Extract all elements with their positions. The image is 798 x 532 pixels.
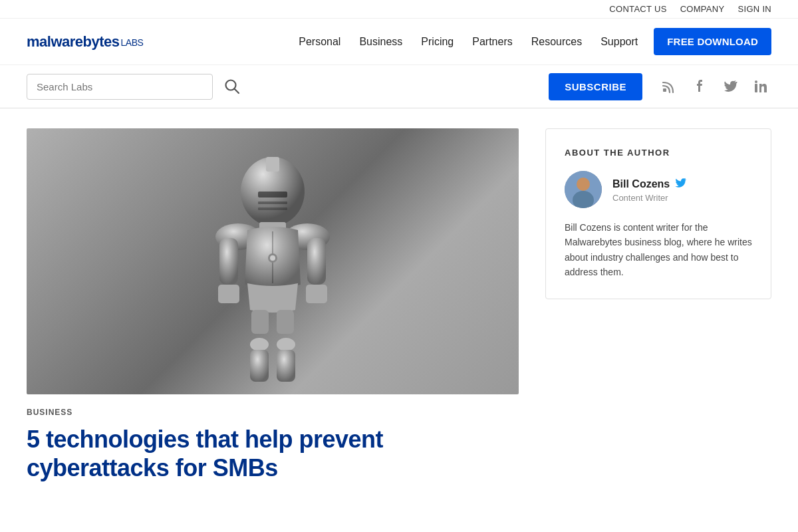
author-card-title: ABOUT THE AUTHOR xyxy=(565,148,752,158)
sign-in-link[interactable]: SIGN IN xyxy=(738,4,772,14)
rss-icon xyxy=(662,79,676,94)
avatar xyxy=(565,171,602,208)
author-bio: Bill Cozens is content writer for the Ma… xyxy=(565,220,752,280)
logo[interactable]: malwarebytesLABS xyxy=(27,33,143,51)
page-content: BUSINESS 5 technologies that help preven… xyxy=(0,108,798,502)
free-download-button[interactable]: FREE DOWNLOAD xyxy=(654,28,771,55)
subscribe-button[interactable]: SUBSCRIBE xyxy=(549,73,642,100)
linkedin-icon xyxy=(753,79,768,94)
svg-rect-23 xyxy=(277,350,295,382)
svg-point-21 xyxy=(277,338,295,351)
main-article: BUSINESS 5 technologies that help preven… xyxy=(27,128,519,482)
avatar-illustration xyxy=(565,171,602,208)
social-icons: SUBSCRIBE xyxy=(549,73,771,100)
nav-resources[interactable]: Resources xyxy=(531,36,582,47)
svg-rect-16 xyxy=(218,285,239,303)
contact-us-link[interactable]: CONTACT US xyxy=(609,4,666,14)
sidebar: ABOUT THE AUTHOR Bill Cozens xyxy=(545,128,771,482)
author-twitter-icon[interactable] xyxy=(675,177,687,192)
search-input-wrap xyxy=(27,74,213,100)
svg-rect-14 xyxy=(219,238,238,285)
author-details: Bill Cozens Content Writer xyxy=(612,177,687,203)
twitter-icon xyxy=(723,79,737,94)
svg-rect-18 xyxy=(251,310,269,334)
svg-line-1 xyxy=(235,89,239,94)
nav-pricing[interactable]: Pricing xyxy=(421,36,454,47)
linkedin-icon-link[interactable] xyxy=(750,76,771,97)
author-role: Content Writer xyxy=(612,193,687,203)
article-image xyxy=(27,128,519,394)
nav-business[interactable]: Business xyxy=(359,36,402,47)
article-title: 5 technologies that help prevent cyberat… xyxy=(27,425,519,482)
svg-rect-19 xyxy=(277,310,294,334)
svg-rect-9 xyxy=(258,207,287,210)
author-name: Bill Cozens xyxy=(612,178,670,190)
company-link[interactable]: COMPANY xyxy=(680,4,725,14)
facebook-icon-link[interactable] xyxy=(689,76,710,97)
rss-icon-link[interactable] xyxy=(658,76,680,97)
svg-rect-8 xyxy=(258,201,287,204)
svg-point-4 xyxy=(755,80,757,83)
svg-rect-22 xyxy=(250,350,269,382)
svg-point-27 xyxy=(577,178,590,191)
search-icon xyxy=(223,78,241,95)
knight-armor-illustration xyxy=(200,132,346,391)
twitter-icon-link[interactable] xyxy=(720,76,741,97)
top-bar: CONTACT US COMPANY SIGN IN xyxy=(0,0,798,19)
svg-rect-2 xyxy=(663,88,666,92)
search-bar: SUBSCRIBE xyxy=(0,65,798,108)
nav-partners[interactable]: Partners xyxy=(472,36,512,47)
nav-links: Personal Business Pricing Partners Resou… xyxy=(299,36,638,48)
svg-point-20 xyxy=(250,338,269,351)
svg-rect-7 xyxy=(266,157,279,172)
svg-point-25 xyxy=(270,255,275,261)
search-input[interactable] xyxy=(27,74,213,100)
svg-rect-17 xyxy=(306,285,327,303)
nav-personal[interactable]: Personal xyxy=(299,36,340,47)
main-nav: malwarebytesLABS Personal Business Prici… xyxy=(0,19,798,65)
twitter-bird-icon xyxy=(675,177,687,189)
svg-rect-15 xyxy=(307,238,326,285)
svg-rect-6 xyxy=(258,192,287,198)
article-category: BUSINESS xyxy=(27,408,519,417)
search-button[interactable] xyxy=(223,78,241,95)
facebook-icon xyxy=(692,79,707,94)
nav-support[interactable]: Support xyxy=(600,36,638,47)
author-info: Bill Cozens Content Writer xyxy=(565,171,752,208)
author-card: ABOUT THE AUTHOR Bill Cozens xyxy=(545,128,771,299)
author-name-row: Bill Cozens xyxy=(612,177,687,192)
svg-rect-3 xyxy=(755,84,757,92)
